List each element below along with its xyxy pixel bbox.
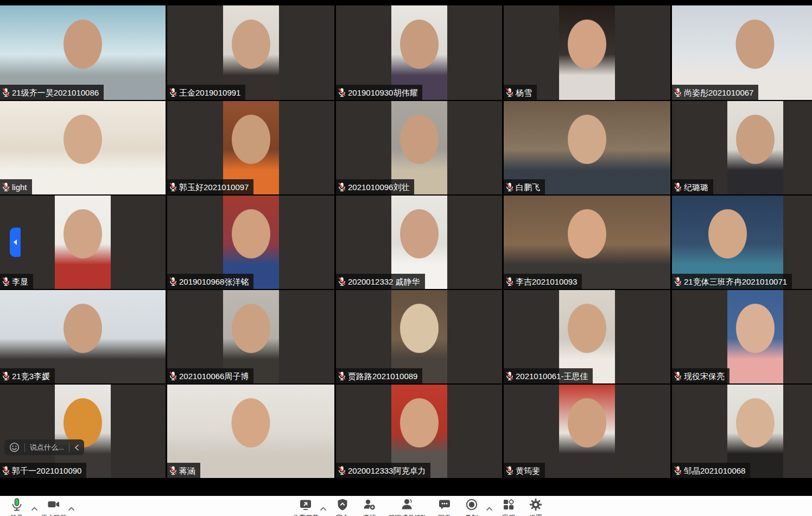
participant-name: 白鹏飞 — [516, 183, 540, 191]
participant-tile[interactable]: 21竞体三班齐冉2021010071 — [672, 196, 812, 289]
toolbar-item-label: 录制 — [465, 513, 478, 516]
participant-tile[interactable]: 王金2019010991 — [167, 5, 334, 100]
toolbar-item-share-screen[interactable]: 共享屏幕 — [292, 498, 319, 516]
participant-tile[interactable]: 贾路路2021010089 — [336, 290, 502, 383]
participant-tile[interactable]: 2021010061-王思佳 — [504, 290, 670, 383]
participant-name: 贾路路2021010089 — [348, 372, 417, 380]
participant-name: 李显 — [12, 278, 28, 286]
participant-tile[interactable]: 现役宋保亮 — [672, 290, 812, 383]
mic-muted-icon — [2, 276, 10, 286]
participant-name: light — [12, 183, 27, 191]
quick-chat-bar[interactable]: 说点什么... — [4, 439, 84, 455]
mic-muted-icon — [2, 465, 10, 475]
prev-page-button[interactable] — [10, 228, 21, 257]
participant-tile[interactable]: 21级齐一昊2021010086 — [0, 5, 166, 100]
shield-icon — [335, 498, 350, 512]
participant-tile[interactable]: 杨雪 — [504, 5, 670, 100]
participant-tile[interactable]: 黄筠斐 — [504, 385, 670, 478]
participant-tile[interactable]: 郭玉好2021010097 — [167, 101, 334, 194]
participant-tile[interactable]: 2020012333阿克卓力 — [336, 385, 502, 478]
participant-tile[interactable]: 纪璐璐 — [672, 101, 812, 194]
mic-muted-icon — [338, 87, 346, 97]
participant-tile[interactable]: 邹晶2021010068 — [672, 385, 812, 478]
participant-name: 王金2019010991 — [179, 89, 240, 97]
participant-name: 2021010066周子博 — [179, 372, 249, 380]
chevron-up-icon[interactable] — [486, 504, 493, 513]
participant-name-label: 21竞体三班齐冉2021010071 — [672, 274, 792, 289]
chevron-up-icon[interactable] — [320, 504, 327, 513]
chat-icon — [437, 498, 452, 512]
participant-tile[interactable]: 尚姿彤2021010067 — [672, 5, 812, 100]
mic-icon — [10, 498, 24, 512]
toolbar-item-label: 静音 — [10, 513, 23, 516]
participant-name: 2019010968张洋铭 — [179, 278, 249, 286]
toolbar-item-label: 聊天 — [438, 513, 451, 516]
mic-muted-icon — [169, 87, 177, 97]
toolbar-item-stop-video[interactable]: 停止视频 — [40, 498, 67, 516]
toolbar-item-invite[interactable]: 邀请 — [356, 498, 383, 516]
apps-icon — [502, 498, 516, 512]
participant-name-label: 李显 — [0, 274, 33, 289]
participant-video — [559, 5, 615, 100]
participant-tile[interactable]: 2020012332 戚静华 — [336, 196, 502, 289]
toolbar-item-record[interactable]: 录制 — [458, 498, 485, 516]
participant-name-label: 2021010066周子博 — [167, 368, 253, 383]
toolbar-item-label: 设置 — [529, 513, 542, 516]
participant-tile[interactable]: 21竞3李媛 — [0, 290, 166, 383]
mic-muted-icon — [674, 465, 682, 475]
toolbar-item-label: 停止视频 — [41, 513, 67, 516]
participant-name: 2020012333阿克卓力 — [348, 467, 426, 475]
participant-tile[interactable]: 2019010930胡伟耀 — [336, 5, 502, 100]
participant-name-label: 邹晶2021010068 — [672, 463, 750, 478]
toolbar-item-label: 应用 — [502, 513, 515, 516]
participant-name-label: 王金2019010991 — [167, 85, 245, 100]
participant-tile[interactable]: light — [0, 101, 166, 194]
mic-muted-icon — [674, 182, 682, 192]
participant-name-label: 21级齐一昊2021010086 — [0, 85, 104, 100]
participant-tile[interactable]: 2019010968张洋铭 — [167, 196, 334, 289]
participant-name-label: 2021010096刘壮 — [336, 179, 414, 194]
participant-tile[interactable]: 李显 — [0, 196, 166, 289]
participant-name-label: 2020012333阿克卓力 — [336, 463, 430, 478]
participant-name-label: 郭千一2021010090 — [0, 463, 86, 478]
participant-name: 21竞3李媛 — [12, 372, 50, 380]
mic-muted-icon — [338, 465, 346, 475]
participant-name-label: 蒋涵 — [167, 463, 200, 478]
toolbar-item-mute[interactable]: 静音 — [3, 498, 30, 516]
toolbar-item-security[interactable]: 安全 — [329, 498, 356, 516]
participant-name: 2020012332 戚静华 — [348, 278, 420, 286]
participant-tile[interactable]: 白鹏飞 — [504, 101, 670, 194]
participant-name-label: 2019010930胡伟耀 — [336, 85, 422, 100]
participant-name-label: 现役宋保亮 — [672, 368, 729, 383]
meeting-toolbar: 静音 停止视频 共享屏幕 安全 邀请 管理成员(69) 聊天 录制 应用 — [0, 496, 812, 516]
participant-tile[interactable]: 2021010096刘壮 — [336, 101, 502, 194]
toolbar-item-chat[interactable]: 聊天 — [431, 498, 458, 516]
chevron-up-icon[interactable] — [31, 504, 38, 513]
participant-tile[interactable]: 郭千一2021010090 — [0, 385, 166, 478]
participant-tile[interactable]: 2021010066周子博 — [167, 290, 334, 383]
participant-name: 杨雪 — [516, 89, 532, 97]
smiley-icon[interactable] — [9, 442, 20, 452]
participant-name-label: 尚姿彤2021010067 — [672, 85, 758, 100]
camera-icon — [47, 498, 61, 512]
participant-name-label: light — [0, 179, 32, 194]
participant-name-label: 2020012332 戚静华 — [336, 274, 425, 289]
toolbar-center-group: 共享屏幕 安全 邀请 管理成员(69) 聊天 录制 应用 设置 — [292, 498, 549, 516]
participant-name-label: 21竞3李媛 — [0, 368, 55, 383]
participant-name: 纪璐璐 — [684, 183, 708, 191]
participant-video — [559, 385, 615, 478]
share-screen-icon — [299, 498, 313, 512]
participant-name-label: 李吉2021010093 — [504, 274, 582, 289]
toolbar-item-members[interactable]: 管理成员(69) — [383, 498, 431, 516]
mic-muted-icon — [674, 276, 682, 286]
participant-name: 2019010930胡伟耀 — [348, 89, 417, 97]
participant-tile[interactable]: 李吉2021010093 — [504, 196, 670, 289]
chevron-up-icon[interactable] — [68, 504, 75, 513]
toolbar-item-settings[interactable]: 设置 — [522, 498, 549, 516]
participant-name: 尚姿彤2021010067 — [684, 89, 753, 97]
collapse-chat-icon[interactable] — [74, 444, 79, 451]
mic-muted-icon — [338, 182, 346, 192]
participant-tile[interactable]: 蒋涵 — [167, 385, 334, 478]
toolbar-item-apps[interactable]: 应用 — [495, 498, 522, 516]
chat-input-placeholder[interactable]: 说点什么... — [30, 443, 64, 452]
